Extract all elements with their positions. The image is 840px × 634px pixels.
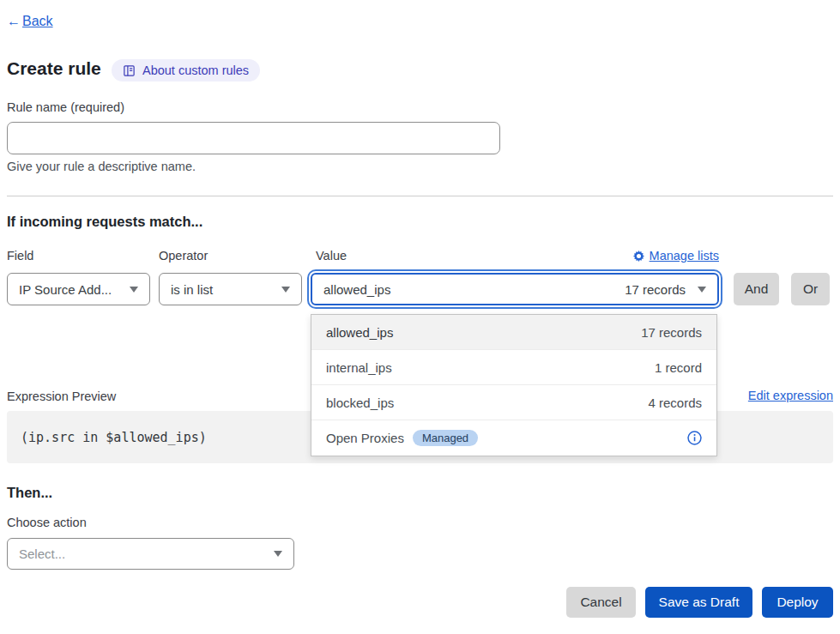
book-icon [123, 64, 136, 77]
section-divider [7, 196, 833, 196]
list-item-count: 17 records [641, 325, 702, 340]
list-item-open-proxies[interactable]: Open Proxies Managed [311, 420, 716, 456]
rule-name-label: Rule name (required) [7, 100, 124, 114]
list-item-name: Open Proxies [326, 431, 404, 445]
field-label: Field [7, 249, 33, 263]
list-item-allowed-ips[interactable]: allowed_ips 17 records [311, 315, 716, 350]
list-item-name: allowed_ips [326, 325, 632, 340]
operator-select-value: is in list [171, 282, 269, 297]
chevron-down-icon [698, 287, 706, 293]
manage-lists-label: Manage lists [650, 249, 719, 263]
choose-action-label: Choose action [7, 516, 87, 529]
back-link[interactable]: ←Back [7, 14, 53, 29]
action-select[interactable]: Select... [7, 538, 294, 570]
create-rule-page: ←Back Create rule About custom rules Rul… [0, 0, 840, 634]
chevron-down-icon [281, 287, 290, 293]
value-select-record-count: 17 records [625, 282, 686, 297]
and-button[interactable]: And [734, 273, 779, 305]
back-arrow-icon: ← [7, 14, 21, 29]
back-link-label: Back [22, 14, 53, 29]
field-select-value: IP Source Add... [19, 282, 118, 297]
action-select-placeholder: Select... [19, 546, 262, 561]
edit-expression-link[interactable]: Edit expression [748, 389, 833, 402]
list-item-name: internal_ips [326, 360, 646, 375]
value-dropdown-panel: allowed_ips 17 records internal_ips 1 re… [311, 314, 717, 456]
save-as-draft-button[interactable]: Save as Draft [645, 587, 752, 618]
operator-select[interactable]: is in list [159, 273, 302, 305]
gear-icon [633, 251, 644, 262]
value-label: Value [316, 249, 347, 263]
rule-name-input[interactable] [7, 122, 500, 154]
expression-code: (ip.src in $allowed_ips) [21, 430, 207, 445]
list-item-count: 1 record [655, 360, 702, 375]
chevron-down-icon [130, 287, 138, 293]
list-item-name: blocked_ips [326, 395, 639, 410]
then-section-heading: Then... [7, 485, 52, 501]
info-icon[interactable] [687, 431, 702, 445]
expression-preview-label: Expression Preview [7, 389, 116, 403]
value-select-value: allowed_ips [323, 282, 613, 297]
about-custom-rules-badge[interactable]: About custom rules [112, 59, 260, 82]
cancel-button[interactable]: Cancel [566, 587, 636, 618]
list-item-count: 4 records [648, 395, 702, 410]
deploy-button[interactable]: Deploy [762, 587, 833, 618]
about-badge-label: About custom rules [142, 63, 249, 77]
value-select[interactable]: allowed_ips 17 records [311, 273, 719, 305]
match-section-heading: If incoming requests match... [7, 214, 202, 230]
or-button[interactable]: Or [791, 273, 830, 305]
chevron-down-icon [274, 551, 282, 557]
page-title: Create rule [7, 58, 101, 79]
operator-label: Operator [159, 249, 208, 263]
rule-name-helper-text: Give your rule a descriptive name. [7, 160, 196, 173]
manage-lists-link[interactable]: Manage lists [633, 249, 719, 263]
managed-badge: Managed [413, 430, 478, 446]
list-item-blocked-ips[interactable]: blocked_ips 4 records [311, 385, 716, 420]
field-select[interactable]: IP Source Add... [7, 273, 150, 305]
list-item-internal-ips[interactable]: internal_ips 1 record [311, 350, 716, 385]
